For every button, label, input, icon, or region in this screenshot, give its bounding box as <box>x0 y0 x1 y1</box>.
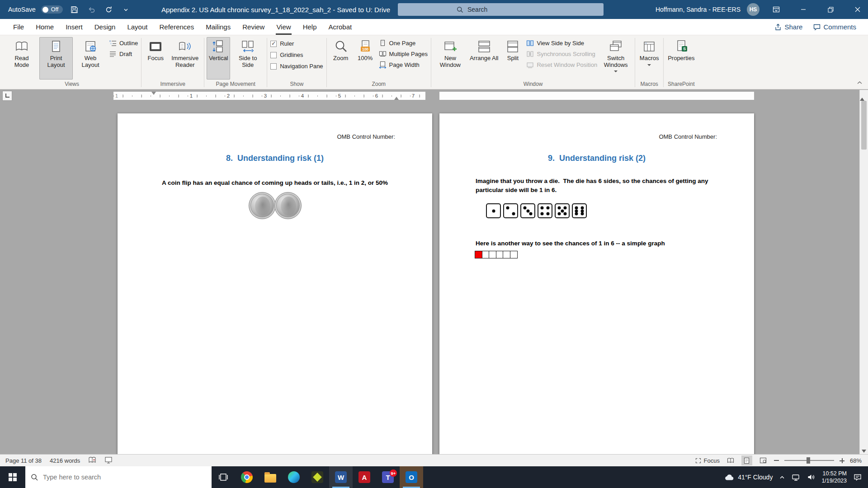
network-icon[interactable] <box>792 474 800 481</box>
focus-mode-button[interactable]: Focus <box>695 457 720 464</box>
zoom-slider-thumb[interactable] <box>807 457 810 464</box>
document-canvas[interactable]: OMB Control Number: 8. Understanding ris… <box>0 102 868 454</box>
coin-image-tails[interactable] <box>274 192 302 219</box>
file-explorer-icon[interactable] <box>259 466 282 488</box>
tab-help[interactable]: Help <box>297 19 323 35</box>
scroll-up-arrow-icon[interactable] <box>860 90 864 101</box>
die-image-6[interactable] <box>572 203 587 218</box>
tab-acrobat[interactable]: Acrobat <box>323 19 358 35</box>
omb-control-label[interactable]: OMB Control Number: <box>439 133 754 140</box>
tab-file[interactable]: File <box>7 19 30 35</box>
horizontal-ruler[interactable]: 1 1 2 3 4 5 6 7 <box>113 92 425 100</box>
redo-button[interactable] <box>103 4 114 15</box>
proofing-errors-button[interactable] <box>88 456 96 465</box>
ruler-checkbox[interactable]: Ruler <box>270 40 323 47</box>
graph-cell-empty[interactable] <box>510 251 518 258</box>
scroll-down-arrow-icon[interactable] <box>862 450 866 453</box>
vertical-scrollbar[interactable] <box>859 90 868 454</box>
graph-cell-empty[interactable] <box>489 251 496 258</box>
graph-cell-empty[interactable] <box>482 251 490 258</box>
body-text[interactable]: A coin flip has an equal chance of comin… <box>118 178 432 188</box>
read-mode-view-button[interactable] <box>725 455 736 465</box>
gridlines-checkbox[interactable]: Gridlines <box>270 52 323 58</box>
die-image-3[interactable] <box>520 203 535 218</box>
tab-insert[interactable]: Insert <box>60 19 89 35</box>
page-heading[interactable]: 8. Understanding risk (1) <box>118 154 432 163</box>
outline-button[interactable]: Outline <box>109 39 138 47</box>
clock[interactable]: 10:52 PM 1/19/2023 <box>821 470 847 485</box>
hidden-icons-button[interactable] <box>779 475 785 479</box>
navigation-pane-checkbox[interactable]: Navigation Pane <box>270 63 323 70</box>
web-layout-button[interactable]: Web Layout <box>74 37 107 80</box>
display-settings-button[interactable] <box>104 456 113 465</box>
task-view-button[interactable] <box>212 466 235 488</box>
comments-button[interactable]: Comments <box>813 23 856 31</box>
one-page-button[interactable]: One Page <box>379 39 428 47</box>
vertical-button[interactable]: Vertical <box>207 37 230 80</box>
zoom-button[interactable]: Zoom <box>329 37 353 80</box>
page-width-button[interactable]: Page Width <box>379 61 428 69</box>
taskbar-search-input[interactable] <box>43 474 206 481</box>
action-center-button[interactable] <box>854 474 862 481</box>
collapse-ribbon-button[interactable] <box>857 79 863 87</box>
read-mode-button[interactable]: Read Mode <box>5 37 38 80</box>
view-side-by-side-button[interactable]: View Side by Side <box>526 39 597 47</box>
start-button[interactable] <box>0 466 25 488</box>
outlook-icon[interactable]: O <box>400 466 423 488</box>
acrobat-icon[interactable]: A <box>353 466 376 488</box>
graph-cell-filled[interactable] <box>475 251 482 258</box>
properties-button[interactable]: S Properties <box>666 37 696 80</box>
die-image-4[interactable] <box>538 203 552 218</box>
body-text[interactable]: Imagine that you throw a die. The die ha… <box>476 177 727 194</box>
draft-button[interactable]: Draft <box>109 50 138 58</box>
titlebar-search[interactable]: Search <box>398 3 604 16</box>
print-layout-view-button[interactable] <box>741 455 752 465</box>
die-image-5[interactable] <box>555 203 570 218</box>
web-layout-view-button[interactable] <box>758 455 769 465</box>
user-name[interactable]: Hoffmann, Sandra - REE-ERS <box>656 6 741 13</box>
document-page-12[interactable]: OMB Control Number: 9. Understanding ris… <box>439 113 754 454</box>
zoom-percent[interactable]: 68% <box>850 457 862 464</box>
new-window-button[interactable]: New Window <box>434 37 467 80</box>
tab-design[interactable]: Design <box>89 19 122 35</box>
weather-widget[interactable]: 41°F Cloudy <box>725 474 773 481</box>
autosave-toggle[interactable]: Off <box>41 5 63 14</box>
zoom-100-button[interactable]: 100 100% <box>354 37 377 80</box>
taskbar-search[interactable] <box>25 466 212 488</box>
word-icon[interactable]: W <box>329 466 353 488</box>
zoom-slider[interactable] <box>784 460 834 461</box>
chrome-icon[interactable] <box>235 466 259 488</box>
scrollbar-thumb[interactable] <box>861 101 867 150</box>
page-indicator[interactable]: Page 11 of 38 <box>5 457 42 464</box>
switch-windows-button[interactable]: Switch Windows <box>599 37 632 80</box>
horizontal-ruler-right[interactable] <box>439 92 754 100</box>
macros-button[interactable]: Macros <box>637 37 661 80</box>
arrange-all-button[interactable]: Arrange All <box>468 37 500 80</box>
ribbon-display-options-button[interactable] <box>766 0 787 19</box>
immersive-reader-button[interactable]: Immersive Reader <box>168 37 202 80</box>
tab-view[interactable]: View <box>270 19 297 35</box>
die-image-2[interactable] <box>503 203 518 218</box>
customize-qat-button[interactable] <box>120 4 132 15</box>
document-page-11[interactable]: OMB Control Number: 8. Understanding ris… <box>118 113 432 454</box>
graph-cell-empty[interactable] <box>503 251 510 258</box>
close-button[interactable] <box>847 0 868 19</box>
tab-references[interactable]: References <box>153 19 200 35</box>
restore-button[interactable] <box>820 0 841 19</box>
side-to-side-button[interactable]: Side to Side <box>231 37 264 80</box>
split-button[interactable]: Split <box>501 37 524 80</box>
page-heading[interactable]: 9. Understanding risk (2) <box>439 154 754 163</box>
teams-icon[interactable]: T9+ <box>376 466 400 488</box>
die-image-1[interactable] <box>486 203 501 218</box>
edge-icon[interactable] <box>282 466 306 488</box>
share-button[interactable]: Share <box>774 23 802 31</box>
app-icon[interactable] <box>306 466 329 488</box>
volume-icon[interactable] <box>807 474 815 481</box>
tab-review[interactable]: Review <box>236 19 270 35</box>
multiple-pages-button[interactable]: Multiple Pages <box>379 50 428 58</box>
print-layout-button[interactable]: Print Layout <box>39 37 73 80</box>
right-indent-marker[interactable] <box>394 97 399 100</box>
save-button[interactable] <box>68 4 80 15</box>
coin-image-heads[interactable] <box>249 192 276 219</box>
avatar[interactable]: HS <box>747 3 760 16</box>
